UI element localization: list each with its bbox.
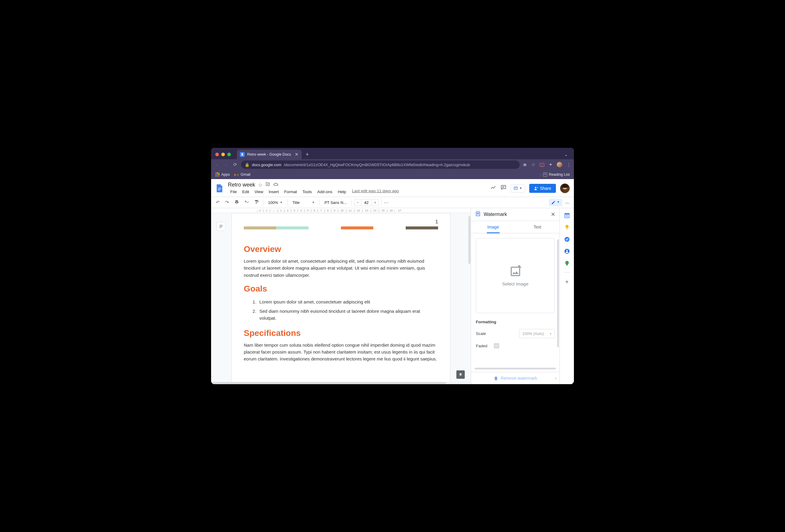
gmail-bookmark[interactable]: Gmail [234, 172, 251, 177]
reading-list-icon [543, 172, 547, 177]
tasks-icon[interactable] [564, 236, 570, 242]
close-panel-icon[interactable]: ✕ [551, 211, 555, 218]
svg-rect-8 [220, 226, 223, 226]
font-select[interactable]: PT Sans N…▼ [322, 199, 349, 206]
maps-icon[interactable] [564, 260, 570, 266]
spellcheck-button[interactable] [243, 199, 251, 206]
comments-icon[interactable] [501, 184, 506, 192]
collapse-toolbar-icon[interactable]: ︿ [564, 199, 571, 207]
panel-horizontal-scrollbar[interactable] [475, 368, 556, 370]
svg-point-11 [477, 213, 479, 214]
profile-avatar-icon[interactable] [557, 162, 562, 167]
svg-text:31: 31 [565, 214, 568, 218]
bookmark-star-icon[interactable]: ☆ [531, 162, 535, 167]
move-icon[interactable] [265, 182, 270, 188]
url-path: /document/d/1xG1zOE4X_HgQkwFOCKmyQmBGWD5… [284, 162, 470, 167]
editing-mode-button[interactable]: ▼ [549, 199, 562, 206]
svg-rect-9 [220, 227, 222, 228]
side-panel-rail: 31 + [559, 208, 574, 384]
panel-title: Watermark [484, 212, 507, 217]
contacts-icon[interactable] [564, 248, 570, 254]
reading-list-button[interactable]: | Reading List [540, 172, 570, 177]
scale-label: Scale [476, 331, 486, 336]
menu-edit[interactable]: Edit [240, 188, 252, 195]
lock-icon: 🔒 [245, 162, 250, 167]
faded-label: Faded [476, 344, 487, 348]
docs-home-icon[interactable] [214, 183, 225, 194]
menu-help[interactable]: Help [335, 188, 349, 195]
new-tab-button[interactable]: + [303, 151, 311, 158]
undo-button[interactable]: ↶ [214, 199, 222, 206]
maximize-window-button[interactable] [227, 153, 231, 156]
font-size-increase[interactable]: + [372, 199, 378, 206]
toolbar: ↶ ↷ 100%▼ Title▼ PT Sans N…▼ − 42 + ⋯ ▼ [211, 197, 574, 208]
calendar-icon[interactable]: 31 [564, 212, 570, 218]
close-window-button[interactable] [215, 153, 219, 156]
select-image-dropzone[interactable]: Select Image [476, 238, 555, 313]
back-button[interactable]: ← [214, 162, 220, 167]
menu-view[interactable]: View [252, 188, 266, 195]
extensions-icon[interactable]: ✦ [549, 162, 553, 167]
last-edit-link[interactable]: Last edit was 11 days ago [352, 188, 399, 195]
close-tab-icon[interactable]: ✕ [295, 152, 299, 157]
present-button[interactable]: ▼ [511, 184, 525, 193]
menu-bar: File Edit View Insert Format Tools Add-o… [228, 188, 399, 195]
watermark-panel: Watermark ✕ Image Text Select Image Form… [471, 208, 559, 384]
share-page-icon[interactable] [523, 162, 527, 167]
vertical-scrollbar[interactable] [469, 216, 471, 264]
menu-format[interactable]: Format [282, 188, 300, 195]
paint-format-button[interactable] [252, 199, 260, 206]
expand-panel-icon[interactable]: › [555, 376, 557, 381]
account-avatar[interactable] [560, 183, 570, 193]
style-select[interactable]: Title▼ [290, 199, 317, 206]
zoom-select[interactable]: 100%▼ [266, 199, 285, 206]
toolbar-more-icon[interactable]: ⋯ [384, 200, 389, 205]
activity-icon[interactable] [490, 184, 496, 192]
reload-button[interactable]: ⟳ [232, 162, 238, 167]
minimize-window-button[interactable] [221, 153, 225, 156]
menu-tools[interactable]: Tools [300, 188, 314, 195]
menu-file[interactable]: File [228, 188, 239, 195]
svg-rect-3 [218, 190, 220, 190]
document-page[interactable]: 1 Overview Lorem ipsum dolor sit amet, c… [231, 213, 450, 382]
window-controls [215, 153, 231, 156]
horizontal-ruler[interactable]: ⌄ 2 · | · 1 · | · ⌄ · | · 1 · | · 2 · | … [211, 208, 471, 213]
menu-insert[interactable]: Insert [266, 188, 281, 195]
extension-badge-icon[interactable]: ⬚ [539, 163, 545, 167]
show-outline-button[interactable] [217, 222, 226, 231]
address-bar[interactable]: 🔒 docs.google.com/document/d/1xG1zOE4X_H… [241, 160, 520, 169]
horizontal-scrollbar[interactable] [211, 382, 471, 384]
heading-specifications: Specifications [244, 328, 438, 338]
add-addon-icon[interactable]: + [565, 279, 569, 285]
menu-addons[interactable]: Add-ons [315, 188, 335, 195]
tab-text[interactable]: Text [515, 221, 560, 233]
tab-image[interactable]: Image [471, 221, 515, 233]
share-button[interactable]: Share [529, 184, 556, 193]
url-host: docs.google.com [252, 162, 281, 167]
faded-checkbox[interactable] [494, 343, 499, 349]
svg-rect-1 [218, 188, 221, 188]
scale-select[interactable]: 100% (Auto) ▾ [519, 329, 555, 338]
panel-scrollbar[interactable] [557, 239, 559, 347]
browser-menu-icon[interactable]: ⋮ [566, 162, 571, 167]
document-title[interactable]: Retro week [228, 182, 255, 188]
tab-title: Retro week - Google Docs [247, 152, 291, 156]
remove-watermark-button[interactable]: Remove watermark › [471, 372, 559, 384]
svg-point-18 [566, 262, 567, 263]
redo-button[interactable]: ↷ [223, 199, 231, 206]
gmail-icon [234, 173, 239, 176]
font-size-input[interactable]: 42 [361, 199, 372, 206]
apps-bookmark[interactable]: Apps [215, 172, 230, 177]
print-button[interactable] [233, 199, 241, 206]
keep-icon[interactable] [564, 224, 570, 230]
browser-tab[interactable]: Retro week - Google Docs ✕ [237, 150, 302, 159]
svg-rect-2 [218, 189, 221, 189]
font-size-decrease[interactable]: − [354, 199, 361, 206]
forward-button[interactable]: → [223, 162, 229, 167]
color-divider [244, 226, 438, 229]
star-icon[interactable]: ☆ [258, 182, 262, 188]
specifications-body: Nam liber tempor cum soluta nobis eleife… [244, 341, 438, 362]
tabs-dropdown-icon[interactable]: ⌄ [561, 152, 571, 157]
explore-button[interactable] [456, 370, 465, 379]
cloud-status-icon[interactable] [273, 181, 279, 188]
